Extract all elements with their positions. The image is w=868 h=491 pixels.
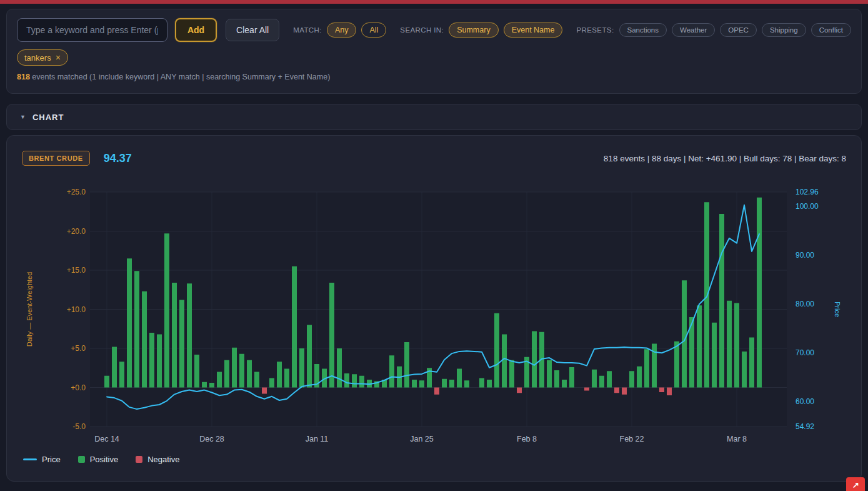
- current-price: 94.37: [104, 152, 132, 165]
- add-button[interactable]: Add: [175, 18, 217, 42]
- legend-item-positive: Positive: [78, 455, 119, 464]
- negative-square-swatch: [136, 456, 142, 463]
- symbol-badge: BRENT CRUDE: [22, 151, 90, 166]
- svg-text:Dec 14: Dec 14: [94, 435, 119, 443]
- svg-text:Jan 25: Jan 25: [410, 435, 434, 443]
- chart-legend: Price Positive Negative: [7, 448, 861, 464]
- svg-text:+20.0: +20.0: [67, 227, 86, 236]
- legend-price-label: Price: [42, 455, 61, 464]
- keyword-tag-row: tankers ×: [17, 49, 851, 66]
- svg-text:90.00: 90.00: [796, 251, 814, 260]
- keyword-tag-label: tankers: [24, 53, 51, 63]
- legend-positive-label: Positive: [90, 455, 119, 464]
- match-all-pill[interactable]: All: [361, 23, 386, 38]
- preset-conflict[interactable]: Conflict: [811, 23, 851, 37]
- preset-opec[interactable]: OPEC: [720, 23, 757, 37]
- svg-text:80.00: 80.00: [796, 300, 814, 308]
- filter-panel: Add Clear All MATCH: Any All SEARCH IN: …: [6, 9, 862, 94]
- match-count: 818: [17, 73, 30, 81]
- svg-text:-5.0: -5.0: [72, 422, 86, 431]
- preset-weather[interactable]: Weather: [672, 23, 715, 37]
- match-label: MATCH:: [293, 26, 322, 34]
- external-link-button[interactable]: ↗: [846, 477, 865, 491]
- chart-section-header[interactable]: ▼ CHART: [6, 104, 862, 130]
- svg-text:Feb 22: Feb 22: [620, 435, 644, 443]
- chart-header-row: BRENT CRUDE 94.37 818 events | 88 days |…: [7, 148, 861, 168]
- presets-label: PRESETS:: [576, 26, 614, 34]
- svg-text:Jan 11: Jan 11: [306, 435, 329, 443]
- svg-text:100.00: 100.00: [796, 202, 819, 211]
- svg-text:+25.0: +25.0: [67, 188, 86, 196]
- chart-panel: BRENT CRUDE 94.37 818 events | 88 days |…: [6, 135, 862, 482]
- svg-text:Daily — Event-Weighted: Daily — Event-Weighted: [26, 272, 33, 347]
- price-line-swatch: [23, 458, 37, 460]
- svg-text:+10.0: +10.0: [67, 305, 86, 314]
- svg-text:Feb 8: Feb 8: [517, 435, 537, 443]
- preset-sanctions[interactable]: Sanctions: [619, 23, 667, 37]
- svg-text:+0.0: +0.0: [71, 383, 86, 392]
- legend-item-negative: Negative: [136, 455, 179, 464]
- arrow-up-right-icon: ↗: [852, 480, 859, 490]
- price-events-chart: Dec 14Dec 28Jan 11Jan 25Feb 8Feb 22Mar 8…: [7, 176, 861, 448]
- collapse-chevron-icon[interactable]: ▼: [20, 114, 26, 120]
- preset-shipping[interactable]: Shipping: [762, 23, 806, 37]
- legend-negative-label: Negative: [147, 455, 179, 464]
- svg-text:+5.0: +5.0: [71, 344, 86, 353]
- remove-tag-icon[interactable]: ×: [56, 53, 61, 62]
- svg-text:70.00: 70.00: [796, 348, 814, 357]
- svg-text:102.96: 102.96: [796, 188, 819, 196]
- positive-square-swatch: [78, 456, 85, 463]
- filter-toolbar: Add Clear All MATCH: Any All SEARCH IN: …: [17, 18, 851, 42]
- svg-text:Price: Price: [834, 301, 841, 317]
- keyword-input[interactable]: [17, 18, 167, 42]
- search-in-label: SEARCH IN:: [400, 26, 444, 34]
- keyword-tag[interactable]: tankers ×: [17, 49, 68, 66]
- section-title: CHART: [32, 113, 64, 122]
- search-in-summary-pill[interactable]: Summary: [449, 23, 498, 38]
- match-any-pill[interactable]: Any: [327, 23, 357, 38]
- clear-all-button[interactable]: Clear All: [226, 19, 279, 41]
- svg-text:+15.0: +15.0: [67, 266, 86, 275]
- match-status-text: events matched (1 include keyword | ANY …: [30, 73, 330, 81]
- svg-text:60.00: 60.00: [796, 397, 814, 406]
- match-status: 818 events matched (1 include keyword | …: [17, 73, 851, 81]
- svg-text:Dec 28: Dec 28: [199, 435, 224, 443]
- legend-item-price: Price: [23, 455, 61, 464]
- chart-stats: 818 events | 88 days | Net: +461.90 | Bu…: [604, 154, 846, 163]
- svg-text:54.92: 54.92: [796, 422, 814, 431]
- svg-text:Mar 8: Mar 8: [727, 435, 747, 443]
- top-accent-bar: [0, 0, 868, 4]
- search-in-event-name-pill[interactable]: Event Name: [504, 23, 563, 38]
